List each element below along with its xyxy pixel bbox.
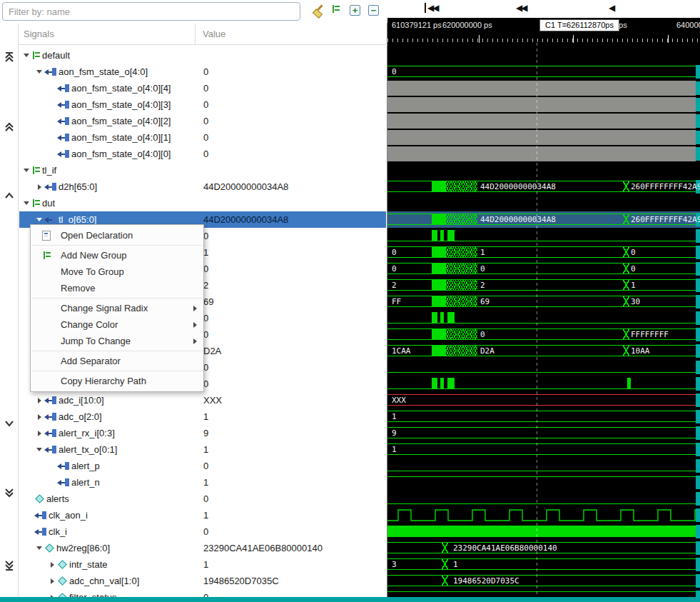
chevron-right-icon[interactable] (34, 182, 44, 192)
timeline-ruler[interactable]: 610379121 ps 620000000 ps 630000000 ps 6… (387, 18, 700, 43)
wave-row-adc_i[interactable]: XXX (387, 392, 700, 408)
page-up-icon[interactable] (4, 121, 15, 133)
menu-item-label: Copy Hierarchy Path (61, 376, 146, 386)
menu-item-add-new-group[interactable]: Add New Group (31, 247, 203, 264)
wave-row-tl_o-field-d[interactable]: FF6930 (387, 294, 700, 310)
wave-row-tl_o-field-h[interactable] (387, 376, 700, 392)
chevron-down-icon[interactable] (34, 445, 44, 455)
wave-row-tl_o-field-g[interactable] (387, 359, 700, 376)
chevron-down-icon[interactable] (21, 199, 31, 209)
scroll-top-icon[interactable] (4, 51, 15, 63)
tree-row-hw2reg[86:0][interactable]: hw2reg[86:0]23290CA41AE06B80000140 (19, 540, 386, 556)
wave-right-marker (696, 295, 700, 308)
filter-input[interactable] (2, 2, 300, 21)
chevron-right-icon[interactable] (34, 412, 44, 422)
tree-row-clk_aon_i[interactable]: clk_aon_i1 (19, 507, 386, 523)
menu-item-add-separator[interactable]: Add Separator (31, 353, 203, 369)
wave-row-d2h[interactable]: 44D20000000034A8260FFFFFFFF42A9 (387, 179, 700, 195)
chevron-down-icon[interactable] (21, 51, 31, 61)
expand-all-icon[interactable]: + (350, 5, 360, 16)
chevron-down-icon[interactable] (21, 166, 31, 176)
wave-row-tl_o-field-a[interactable]: 010 (387, 244, 700, 261)
tree-row-aon_fsm_state_o[4:0][1][interactable]: aon_fsm_state_o[4:0][1]0 (19, 129, 386, 146)
clear-filter-icon[interactable] (312, 4, 325, 17)
skip-to-start-icon[interactable]: ◀◀ (425, 3, 437, 13)
wave-row-adc_o[interactable]: 1 (387, 408, 700, 425)
wave-row-alerts[interactable] (387, 491, 700, 507)
menu-item-change-signal-radix[interactable]: Change Signal Radix (31, 300, 203, 316)
wave-row-aon_fsm_state_o[interactable]: 0 (387, 64, 700, 80)
chevron-down-icon[interactable] (34, 543, 44, 553)
chevron-down-icon[interactable] (34, 215, 44, 225)
wave-row-tl_o-ready[interactable] (387, 310, 700, 326)
chevron-right-icon[interactable] (34, 396, 44, 406)
wave-row-alert_p[interactable] (387, 458, 700, 474)
tree-row-dut[interactable]: dut (19, 195, 386, 211)
wave-row-tl_o-valid[interactable] (387, 228, 700, 244)
wave-row-tl_o-field-c[interactable]: 221 (387, 277, 700, 294)
cursor-line[interactable] (537, 43, 537, 598)
menu-item-open-declaration[interactable]: Open Declaration (31, 227, 203, 244)
scroll-bottom-icon[interactable] (4, 560, 15, 571)
add-group-icon[interactable] (331, 4, 344, 17)
tree-row-aon_fsm_state_o[4:0][2][interactable]: aon_fsm_state_o[4:0][2]0 (19, 113, 386, 129)
wave-row-aon_fsm_state_o-1[interactable] (387, 129, 700, 146)
step-back-icon[interactable]: ◀ (609, 3, 614, 13)
wave-row-aon_fsm_state_o-2[interactable] (387, 113, 700, 129)
wave-row-clk_i[interactable] (387, 523, 700, 540)
tree-row-adc_chn_val[1:0][interactable]: adc_chn_val[1:0]19486520D7035C (19, 573, 386, 589)
menu-item-change-color[interactable]: Change Color (31, 316, 203, 333)
tree-row-d2h[65:0][interactable]: d2h[65:0]44D20000000034A8 (19, 179, 386, 195)
tree-row-tl_if[interactable]: tl_if (19, 162, 386, 179)
chevron-down-icon[interactable] (34, 67, 44, 77)
column-divider[interactable] (195, 24, 196, 44)
fast-back-icon[interactable]: ◀◀ (516, 3, 526, 13)
tree-row-alert_tx_o[0:1][interactable]: alert_tx_o[0:1]1 (19, 441, 386, 458)
wave-seg-sol (447, 378, 455, 389)
wave-row-tl_o-field-e[interactable]: 0FFFFFFFF (387, 326, 700, 343)
wave-row-tl_o-field-b[interactable]: 000 (387, 261, 700, 277)
wave-row-alert_tx_o[interactable]: 1 (387, 441, 700, 458)
wave-row-group-dut[interactable] (387, 195, 700, 211)
tree-row-alert_p[interactable]: alert_p0 (19, 458, 386, 474)
horizontal-scrollbar[interactable] (0, 597, 700, 602)
tree-row-aon_fsm_state_o[4:0][4][interactable]: aon_fsm_state_o[4:0][4]0 (19, 80, 386, 96)
wave-row-aon_fsm_state_o-3[interactable] (387, 96, 700, 113)
wave-row-hw2reg[interactable]: 23290CA41AE06B80000140 (387, 540, 700, 556)
wave-row-group-tl_if[interactable] (387, 162, 700, 179)
wave-row-intr_state[interactable]: 31 (387, 556, 700, 573)
tree-row-adc_o[2:0][interactable]: adc_o[2:0]1 (19, 408, 386, 425)
wave-row-tl_o[interactable]: 44D20000000034A8260FFFFFFFF42A9 (387, 211, 700, 228)
tree-row-alert_rx_i[0:3][interactable]: alert_rx_i[0:3]9 (19, 425, 386, 441)
wave-row-alert_rx_i[interactable]: 9 (387, 425, 700, 441)
wave-row-aon_fsm_state_o-4[interactable] (387, 80, 700, 96)
cursor-c1-label[interactable]: C1 T=626112870ps (539, 19, 619, 31)
tree-row-clk_i[interactable]: clk_i0 (19, 523, 386, 540)
row-down-icon[interactable] (4, 418, 15, 429)
tree-row-alerts[interactable]: alerts0 (19, 491, 386, 507)
menu-item-copy-hierarchy-path[interactable]: Copy Hierarchy Path (31, 373, 203, 389)
menu-item-move-to-group[interactable]: Move To Group (31, 264, 203, 280)
wave-row-adc_chn_val[interactable]: 19486520D7035C (387, 573, 700, 589)
page-down-icon[interactable] (4, 487, 15, 498)
tree-row-alert_n[interactable]: alert_n1 (19, 474, 386, 491)
tree-row-aon_fsm_state_o[4:0][3][interactable]: aon_fsm_state_o[4:0][3]0 (19, 96, 386, 113)
expander-spacer (47, 100, 57, 110)
chevron-right-icon[interactable] (47, 576, 57, 586)
tree-row-default[interactable]: default (19, 47, 386, 64)
tree-row-adc_i[10:0][interactable]: adc_i[10:0]XXX (19, 392, 386, 408)
wave-row-group-default[interactable] (387, 47, 700, 64)
tree-row-aon_fsm_state_o[4:0][interactable]: aon_fsm_state_o[4:0]0 (19, 64, 386, 80)
chevron-right-icon[interactable] (47, 560, 57, 570)
menu-item-remove[interactable]: Remove (31, 280, 203, 296)
wave-row-alert_n[interactable] (387, 474, 700, 491)
wave-row-clk_aon_i[interactable] (387, 507, 700, 523)
wave-row-aon_fsm_state_o-0[interactable] (387, 146, 700, 162)
tree-row-intr_state[interactable]: intr_state1 (19, 556, 386, 573)
wave-row-tl_o-field-f[interactable]: 1CAAD2A10AA (387, 343, 700, 359)
tree-row-aon_fsm_state_o[4:0][0][interactable]: aon_fsm_state_o[4:0][0]0 (19, 146, 386, 162)
menu-item-jump-to-change[interactable]: Jump To Change (31, 333, 203, 349)
collapse-all-icon[interactable]: − (368, 5, 379, 16)
row-up-icon[interactable] (4, 190, 15, 201)
chevron-right-icon[interactable] (34, 428, 44, 438)
